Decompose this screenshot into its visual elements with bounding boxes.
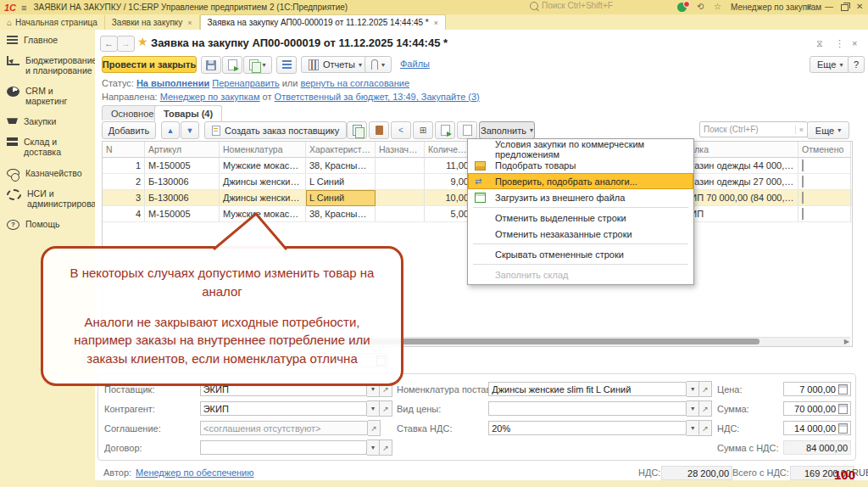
document-movements-button[interactable] [276,56,297,74]
column-header-5[interactable]: Количество [425,142,473,158]
sidebar-item-purchases[interactable]: Закупки [0,111,95,132]
cell[interactable]: 5,00 [425,206,473,222]
reports-button[interactable]: Отчеты▾ [301,56,370,73]
calculator-icon[interactable] [838,404,848,414]
table-search-input[interactable]: Поиск (Ctrl+F) × [699,121,808,137]
close-tab-icon[interactable]: × [187,19,192,27]
create-supplier-order-button[interactable]: Создать заказ поставщику [204,121,347,139]
cell[interactable]: 38, Красный, 7, ... [306,158,376,174]
sidebar-item-help[interactable]: ?Помощь [0,214,95,235]
favorites-star-icon[interactable]: ☆ [714,2,721,11]
input-field[interactable]: 70 000,00 [783,401,851,416]
menu-item-5[interactable]: Отменить выделенные строки [468,210,693,226]
sidebar-item-treasury[interactable]: Казначейство [0,163,95,183]
cancelled-checkbox[interactable] [802,176,804,188]
app-tab-2[interactable]: Заявка на закупку АП00-000019 от 11.12.2… [200,14,446,30]
sidebar-item-warehouse[interactable]: Склад и доставка [0,132,95,162]
app-tab-0[interactable]: ⌂Начальная страница [0,15,105,30]
sidebar-item-budget[interactable]: Бюджетирование и планирование [0,50,95,81]
close-window-button[interactable]: ✕ [856,2,863,11]
more-button-header[interactable]: Еще▾ [810,56,850,73]
fill-button[interactable]: Заполнить▾ [479,121,535,139]
calculator-icon[interactable] [838,384,848,395]
scroll-right-icon[interactable]: ▶ [844,338,849,346]
column-header-8[interactable]: Отменено [798,142,851,158]
dropdown-button[interactable]: ▾ [367,439,380,456]
open-link-button[interactable]: ↗ [368,420,381,436]
input-field[interactable] [488,401,687,416]
open-link-button[interactable]: ↗ [699,381,712,397]
minimize-button[interactable]: — [825,2,833,11]
cancelled-cell[interactable] [798,190,851,206]
column-header-1[interactable]: Артикул [145,142,220,158]
files-link[interactable]: Файлы [400,59,430,69]
dropdown-button[interactable]: ▾ [687,400,699,417]
app-tab-1[interactable]: Заявки на закупку× [105,15,200,30]
input-field[interactable]: ЭКИП [200,401,367,416]
menu-item-6[interactable]: Отменить незаказанные строки [468,226,693,242]
clear-search-icon[interactable]: × [795,126,804,134]
cell[interactable] [376,174,425,190]
open-link-button[interactable]: ↗ [380,400,392,417]
menu-item-2[interactable]: ⇄Проверить, подобрать аналоги... [468,173,693,189]
cell[interactable] [376,206,425,222]
return-link[interactable]: вернуть на согласование [301,78,410,88]
cell[interactable] [376,158,425,174]
more-vertical-icon[interactable]: ⋮ [835,38,844,49]
sidebar-item-menu[interactable]: Главное [0,30,95,50]
close-tab-icon[interactable]: × [434,19,438,27]
main-menu-icon[interactable]: ≡ [21,3,26,13]
status-value-link[interactable]: На выполнении [136,78,209,88]
global-search[interactable]: Поиск Ctrl+Shift+F [530,1,613,10]
cancelled-cell[interactable] [798,174,851,190]
favorite-star-icon[interactable]: ★ [137,35,148,48]
cell[interactable]: Мужские мокасины [220,158,306,174]
menu-item-1[interactable]: Подобрать товары [468,157,693,173]
input-field[interactable]: <соглашения отсутствуют> [200,421,368,435]
open-link-button[interactable]: ↗ [699,420,712,436]
column-header-4[interactable]: Назначение [376,142,425,158]
add-row-button[interactable]: Добавить [102,121,156,139]
cell[interactable]: Джинсы женские sli... [220,174,306,190]
create-based-on-button[interactable]: ▾ [243,56,272,74]
cell[interactable]: 2 [103,174,145,190]
cell[interactable]: 11,00 [425,158,473,174]
sidebar-item-admin[interactable]: НСИ и администрирование [0,183,95,214]
cell[interactable]: 38, Красный, 7, ... [306,206,376,222]
cancelled-cell[interactable] [798,158,851,174]
forward-button[interactable]: → [117,36,135,52]
post-and-close-button[interactable]: Провести и закрыть [102,56,197,73]
cell[interactable]: М-150005 [145,158,220,174]
cell[interactable]: L Синий [306,190,376,206]
close-document-icon[interactable]: × [852,38,857,48]
open-link-button[interactable]: ↗ [699,400,712,417]
cell[interactable]: 1 [103,158,145,174]
input-field[interactable]: Джинсы женские slim fit L Синий [488,382,687,396]
column-header-3[interactable]: Характеристика [306,142,376,158]
cell[interactable]: 3 [103,190,145,206]
attachments-button[interactable]: ▾ [364,56,392,73]
help-button[interactable]: ? [848,56,865,73]
menu-item-3[interactable]: Загрузить из внешнего файла [468,189,693,205]
dropdown-button[interactable]: ▾ [687,420,699,436]
save-button[interactable] [201,56,221,74]
service-menu-icon[interactable]: ≡ [807,2,812,11]
column-header-0[interactable]: N [103,142,145,158]
open-link-button[interactable]: ↗ [380,439,392,456]
calculator-icon[interactable] [838,423,848,434]
column-header-2[interactable]: Номенклатура [220,142,306,158]
paste-row-button[interactable] [369,121,389,139]
input-field[interactable]: 14 000,00 [783,421,851,435]
cancelled-cell[interactable] [798,206,851,222]
dropdown-button[interactable]: ▾ [687,381,699,397]
sidebar-item-crm[interactable]: CRM и маркетинг [0,81,95,111]
restore-button[interactable] [841,4,849,11]
dropdown-button[interactable]: ▾ [367,400,380,417]
input-field[interactable] [200,440,367,455]
move-up-button[interactable]: ▲ [161,121,180,139]
input-field[interactable]: 7 000,00 [783,382,851,396]
cell[interactable]: 9,00 [425,174,473,190]
unload-button[interactable] [457,121,477,139]
cancelled-checkbox[interactable] [802,192,804,204]
load-button[interactable] [435,121,455,139]
